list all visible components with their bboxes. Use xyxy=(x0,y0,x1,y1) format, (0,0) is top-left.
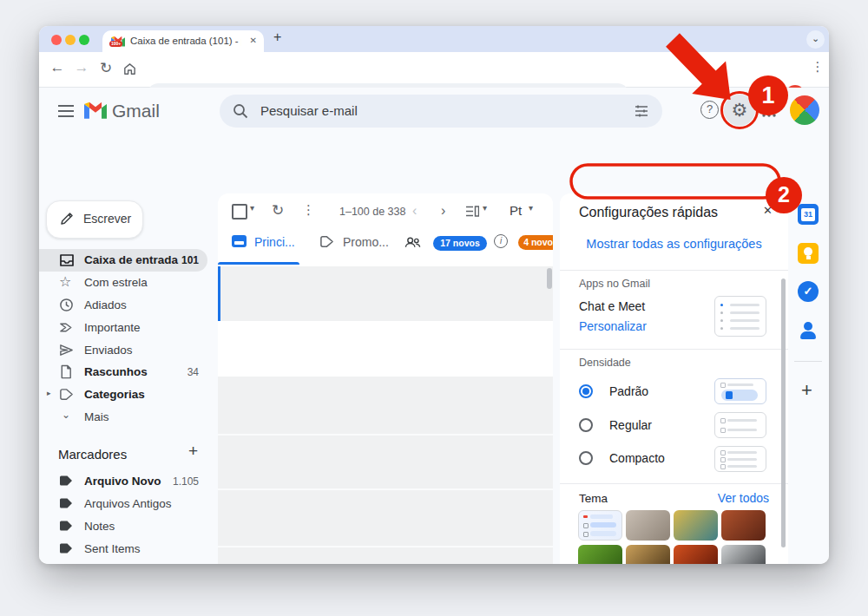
forward-icon[interactable]: → xyxy=(72,59,91,76)
chevron-down-icon: ⌄ xyxy=(62,409,77,424)
back-icon[interactable]: ← xyxy=(48,59,67,76)
expand-arrow-icon[interactable]: ▸ xyxy=(47,389,51,397)
more-options-kebab-icon[interactable]: ⋮ xyxy=(302,202,315,218)
rail-divider xyxy=(794,361,822,362)
new-tab-button[interactable]: + xyxy=(273,29,281,45)
density-default-thumbnail xyxy=(714,378,766,404)
sidebar-item-drafts[interactable]: Rascunhos 34 xyxy=(39,361,209,383)
search-icon[interactable] xyxy=(233,103,248,122)
browser-window: 100+ Caixa de entrada (101) - philf ✕ + … xyxy=(39,26,829,564)
select-dropdown-icon[interactable]: ▾ xyxy=(250,203,254,213)
inbox-icon xyxy=(59,252,75,268)
density-radio-comfortable[interactable] xyxy=(579,418,593,432)
main-menu-hamburger-icon[interactable] xyxy=(58,105,74,121)
chat-meet-label: Chat e Meet xyxy=(579,299,645,313)
theme-tile[interactable] xyxy=(626,545,670,564)
google-apps-grid-icon[interactable] xyxy=(762,103,776,121)
density-section-header: Densidade xyxy=(579,357,631,369)
label-item[interactable]: Sent Items xyxy=(39,538,209,560)
theme-tile[interactable] xyxy=(578,545,622,564)
tab-promotions[interactable]: Promo... xyxy=(343,235,389,249)
tasks-icon[interactable]: ✓ xyxy=(798,281,819,302)
label-count: 1.105 xyxy=(173,475,199,488)
importance-marker-icon xyxy=(59,320,75,336)
calendar-day-label: 31 xyxy=(801,208,815,221)
theme-tile[interactable] xyxy=(674,510,718,541)
label-item[interactable]: Arquivo Novo 1.105 xyxy=(39,470,209,493)
sidebar-item-sent[interactable]: Enviados xyxy=(39,339,209,362)
page-next-icon[interactable]: › xyxy=(441,203,445,219)
label-name: Notes xyxy=(84,520,115,533)
browser-toolbar: ← → ↻ mail.google.com/mail/u/0/#inbox ☆ … xyxy=(39,52,829,88)
select-all-checkbox[interactable] xyxy=(232,204,247,220)
settings-gear-icon[interactable]: ⚙ xyxy=(724,95,755,126)
add-addon-plus-icon[interactable]: + xyxy=(801,379,812,402)
sidebar-item-more[interactable]: ⌄ Mais xyxy=(39,406,209,429)
sidebar-item-snoozed[interactable]: Adiados xyxy=(39,294,209,317)
label-item[interactable]: Arquivos Antigos xyxy=(39,493,209,515)
sidebar-item-starred[interactable]: ☆ Com estrela xyxy=(39,272,209,294)
mail-row-placeholder xyxy=(218,266,553,321)
calendar-icon[interactable]: 31 xyxy=(798,204,819,225)
sidebar-item-important[interactable]: Importante xyxy=(39,317,209,339)
social-people-icon[interactable] xyxy=(404,235,421,252)
mail-list-panel: ▾ ↻ ⋮ 1–100 de 338 ‹ › ▾ Pt ▾ Princi... … xyxy=(218,193,553,564)
search-bar[interactable]: Pesquisar e-mail xyxy=(220,95,662,128)
label-tag-icon xyxy=(59,541,75,557)
browser-tab[interactable]: 100+ Caixa de entrada (101) - philf ✕ xyxy=(102,30,264,52)
theme-tile[interactable] xyxy=(578,510,622,541)
tab-close-icon[interactable]: ✕ xyxy=(250,36,257,45)
search-input[interactable]: Pesquisar e-mail xyxy=(260,103,358,118)
mail-rows-placeholder xyxy=(218,377,553,564)
tab-search-chevron-icon[interactable]: ⌄ xyxy=(806,30,825,49)
customize-link[interactable]: Personalizar xyxy=(579,319,647,333)
theme-view-all-link[interactable]: Ver todos xyxy=(718,491,769,505)
close-icon[interactable]: ✕ xyxy=(763,204,773,217)
reload-icon[interactable]: ↻ xyxy=(96,59,115,77)
keep-icon[interactable] xyxy=(798,243,819,264)
tab-primary[interactable]: Princi... xyxy=(254,235,295,249)
refresh-icon[interactable]: ↻ xyxy=(272,201,284,220)
theme-tile[interactable] xyxy=(721,545,766,564)
theme-tile[interactable] xyxy=(721,510,766,541)
input-tools-dropdown-icon[interactable]: ▾ xyxy=(529,203,533,213)
traffic-light-close[interactable] xyxy=(51,35,62,45)
mail-row-focus-bar xyxy=(218,266,220,321)
density-option-label[interactable]: Padrão xyxy=(609,384,648,398)
search-options-icon[interactable] xyxy=(635,104,648,121)
updates-info-icon[interactable]: i xyxy=(494,234,508,248)
traffic-light-zoom[interactable] xyxy=(79,35,89,45)
density-radio-compact[interactable] xyxy=(579,451,593,465)
list-scrollbar-thumb[interactable] xyxy=(547,268,552,289)
density-option-label[interactable]: Regular xyxy=(609,418,652,432)
density-radio-default[interactable] xyxy=(579,384,593,398)
theme-tile[interactable] xyxy=(674,545,718,564)
help-icon[interactable]: ? xyxy=(700,101,719,119)
sidebar-item-inbox[interactable]: Caixa de entrada 101 xyxy=(39,249,209,272)
split-pane-dropdown-icon[interactable]: ▾ xyxy=(483,203,487,213)
label-name: Arquivos Antigos xyxy=(84,497,172,510)
sidebar-item-count: 34 xyxy=(187,366,199,378)
split-pane-icon[interactable] xyxy=(466,205,479,220)
star-icon: ☆ xyxy=(59,273,75,289)
label-item[interactable]: Notes xyxy=(39,515,209,538)
theme-tile[interactable] xyxy=(626,510,670,541)
page-prev-icon[interactable]: ‹ xyxy=(412,203,417,219)
compose-button[interactable]: Escrever xyxy=(46,200,143,239)
social-new-badge: 17 novos xyxy=(433,236,487,251)
gmail-profile-avatar[interactable] xyxy=(790,95,819,125)
sidebar-item-label: Enviados xyxy=(84,344,133,357)
input-tools-icon[interactable]: Pt xyxy=(510,203,522,218)
add-label-plus-icon[interactable]: + xyxy=(188,442,198,461)
sidebar-item-categories[interactable]: ▸ Categorias xyxy=(39,383,209,406)
density-option-label[interactable]: Compacto xyxy=(609,451,665,465)
chrome-menu-kebab-icon[interactable]: ⋮ xyxy=(808,59,827,75)
traffic-light-minimize[interactable] xyxy=(65,35,76,45)
panel-scrollbar-thumb[interactable] xyxy=(781,279,786,547)
density-comfortable-thumbnail xyxy=(714,412,766,438)
home-icon[interactable] xyxy=(122,62,137,80)
sidebar-item-label: Rascunhos xyxy=(84,365,148,378)
show-all-settings-button[interactable]: Mostrar todas as configurações xyxy=(560,237,788,251)
apps-section-header: Apps no Gmail xyxy=(579,278,650,290)
contacts-icon[interactable] xyxy=(798,320,819,341)
